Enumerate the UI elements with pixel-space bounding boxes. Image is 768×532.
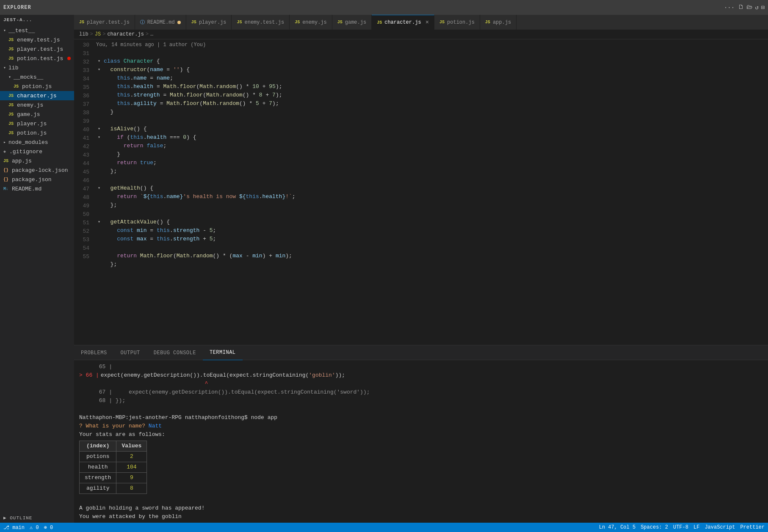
line-content: return Math.floor(Math.random() * (max -… <box>104 252 292 260</box>
sidebar-item-lib[interactable]: ▾lib <box>0 63 74 72</box>
status-formatter[interactable]: Prettier <box>740 524 765 530</box>
code-line-30 <box>98 49 768 57</box>
tab-README-md[interactable]: ⓘREADME.md <box>135 15 186 30</box>
fold-arrow[interactable]: ▾ <box>98 57 104 66</box>
status-spaces[interactable]: Spaces: 2 <box>641 524 668 530</box>
panel-content[interactable]: 65 |> 66 | expect(enemy.getDescription()… <box>74 360 768 523</box>
tab-player-test-js[interactable]: JSplayer.test.js <box>74 15 135 30</box>
status-branch[interactable]: ⎇ main <box>3 524 25 531</box>
tab-label: enemy.js <box>302 19 327 25</box>
panel-tab-terminal[interactable]: TERMINAL <box>203 345 243 360</box>
code-content[interactable]: 3031323334353637383940414243444546474849… <box>74 39 768 345</box>
sidebar-item-package-lock-json[interactable]: {}package-lock.json <box>0 165 74 175</box>
tab-game-js[interactable]: JSgame.js <box>332 15 372 30</box>
tab-potion-js[interactable]: JSpotion.js <box>434 15 480 30</box>
fold-arrow[interactable]: ▾ <box>98 184 104 193</box>
table-cell-value: 2 <box>116 452 147 462</box>
tab-player-js[interactable]: JSplayer.js <box>186 15 232 30</box>
modified-dot <box>177 21 181 24</box>
fold-arrow[interactable]: ▾ <box>98 133 104 142</box>
tab-enemy-test-js[interactable]: JSenemy.test.js <box>232 15 290 30</box>
sidebar-item-enemy-js[interactable]: JSenemy.js <box>0 100 74 110</box>
sidebar-item-__mocks__[interactable]: ▾__mocks__ <box>0 72 74 82</box>
status-warnings[interactable]: ⊕ 0 <box>44 524 53 531</box>
line-number-49: 49 <box>74 202 89 210</box>
line-content: return false; <box>104 142 166 150</box>
tab-label: app.js <box>493 19 511 25</box>
outline-bar[interactable]: ▶ OUTLINE <box>0 513 74 523</box>
folder-chevron: ▸ <box>3 140 6 145</box>
terminal-game-line: A goblin holding a sword has appeared! <box>79 504 763 513</box>
code-line-48: }; <box>98 201 768 209</box>
fold-arrow[interactable]: ▾ <box>98 218 104 226</box>
sidebar-item-potion-test-js[interactable]: JSpotion.test.js <box>0 54 74 63</box>
line-number-46: 46 <box>74 176 89 185</box>
sidebar-item-label: enemy.test.js <box>17 37 60 43</box>
refresh-icon[interactable]: ↺ <box>755 4 758 11</box>
sidebar-item-label: package.json <box>12 176 52 183</box>
sidebar-item-player-js[interactable]: JSplayer.js <box>0 119 74 128</box>
tab-label: potion.js <box>447 19 475 25</box>
line-number-30: 30 <box>74 41 89 50</box>
title-bar-more[interactable]: ··· <box>724 4 735 11</box>
tab-character-js[interactable]: JScharacter.js× <box>372 15 434 30</box>
js-tab-icon: JS <box>337 20 343 25</box>
status-right: Ln 47, Col 5 Spaces: 2 UTF-8 LF JavaScri… <box>599 524 765 530</box>
sidebar-item-label: enemy.js <box>17 102 43 108</box>
terminal-prompt-line: ? What is your name? Natt <box>79 422 763 430</box>
error-arrow: > 66 | <box>79 371 99 380</box>
code-lines[interactable]: ▾class Character {▾ constructor(name = '… <box>94 49 768 345</box>
js-tab-icon: JS <box>439 20 445 25</box>
sidebar-item-README-md[interactable]: M↓README.md <box>0 184 74 193</box>
tab-app-js[interactable]: JSapp.js <box>480 15 517 30</box>
new-folder-icon[interactable]: 🗁 <box>746 4 752 11</box>
sidebar-item-enemy-test-js[interactable]: JSenemy.test.js <box>0 35 74 44</box>
title-bar-text: EXPLORER <box>3 5 31 11</box>
status-left: ⎇ main ⚠ 0 ⊕ 0 <box>3 524 53 531</box>
fold-arrow[interactable]: ▾ <box>98 125 104 133</box>
js-file-icon: JS <box>14 84 19 89</box>
sidebar-item-character-js[interactable]: JScharacter.js <box>0 91 74 100</box>
editor-area: JSplayer.test.jsⓘREADME.mdJSplayer.jsJSe… <box>74 15 768 523</box>
folder-chevron: ▾ <box>8 74 11 80</box>
panel-tab-output[interactable]: OUTPUT <box>114 345 147 360</box>
line-content: getAttackValue() { <box>104 218 170 226</box>
tab-close-button[interactable]: × <box>425 19 429 26</box>
status-language[interactable]: JavaScript <box>704 524 735 530</box>
status-encoding[interactable]: UTF-8 <box>673 524 688 530</box>
tab-enemy-js[interactable]: JSenemy.js <box>290 15 332 30</box>
tab-label: player.js <box>199 19 227 25</box>
panel-tab-debug-console[interactable]: DEBUG CONSOLE <box>147 345 203 360</box>
status-eol[interactable]: LF <box>693 524 699 530</box>
table-row: strength9 <box>80 473 147 483</box>
sidebar-item-label: __mocks__ <box>14 74 43 80</box>
fold-arrow[interactable]: ▾ <box>98 66 104 74</box>
table-header: (index) <box>80 441 116 452</box>
sidebar-item-app-js[interactable]: JSapp.js <box>0 156 74 165</box>
folder-chevron: ▾ <box>3 65 6 70</box>
code-line-46: ▾ getHealth() { <box>98 184 768 193</box>
line-number-44: 44 <box>74 160 89 168</box>
sidebar-item-label: potion.js <box>17 130 47 136</box>
js-file-icon: JS <box>8 47 14 52</box>
breadcrumb-js-icon: JS <box>95 31 101 37</box>
collapse-icon[interactable]: ⊟ <box>761 4 765 11</box>
sidebar-item-node_modules[interactable]: ▸node_modules <box>0 138 74 147</box>
js-file-icon: JS <box>8 112 14 117</box>
sidebar-item-game-js[interactable]: JSgame.js <box>0 110 74 119</box>
sidebar-item-potion-js[interactable]: JSpotion.js <box>0 82 74 91</box>
sidebar-item--gitignore[interactable]: ◆.gitignore <box>0 147 74 156</box>
code-lines-wrapper: You, 14 minutes ago | 1 author (You) ▾cl… <box>94 41 768 345</box>
sidebar-item-package-json[interactable]: {}package.json <box>0 175 74 184</box>
js-file-icon: JS <box>3 159 8 163</box>
sidebar-item-__test__[interactable]: ▾__test__ <box>0 26 74 35</box>
status-cursor[interactable]: Ln 47, Col 5 <box>599 524 635 530</box>
code-line-43: return true; <box>98 159 768 167</box>
new-file-icon[interactable]: 🗋 <box>738 4 744 11</box>
panel-tab-problems[interactable]: PROBLEMS <box>74 345 114 360</box>
line-number-45: 45 <box>74 168 89 176</box>
status-errors[interactable]: ⚠ 0 <box>30 524 39 531</box>
sidebar-item-potion-js[interactable]: JSpotion.js <box>0 128 74 138</box>
breadcrumb-lib: lib <box>79 31 88 37</box>
sidebar-item-player-test-js[interactable]: JSplayer.test.js <box>0 44 74 54</box>
